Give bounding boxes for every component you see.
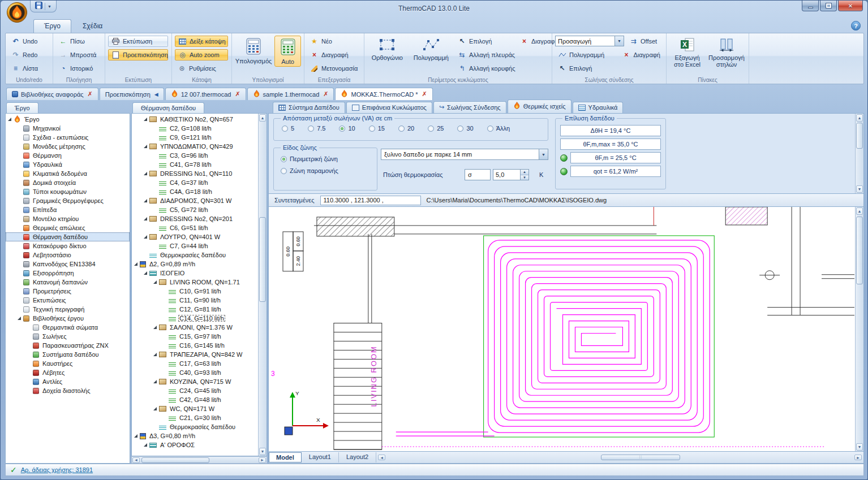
content-tab[interactable]: Θερμικές ισχείς: [508, 100, 571, 113]
scroll-up-icon[interactable]: ▲: [856, 207, 863, 215]
tree-item[interactable]: DRESSING Νο2, QN=201: [132, 214, 258, 223]
content-tab[interactable]: Επιφάνεια Κυκλώματος: [346, 102, 432, 113]
tree-item[interactable]: C5, G=72 lit/h: [132, 205, 258, 214]
drawing-scrollbar[interactable]: ▲ ▼: [855, 207, 863, 451]
tree-item[interactable]: C12, G=81 lit/h: [132, 305, 258, 314]
expand-icon[interactable]: [144, 118, 147, 121]
change-side-button[interactable]: ⇆Αλλαγή πλευράς: [455, 49, 515, 60]
va-option[interactable]: 25: [428, 125, 444, 132]
calculate-button[interactable]: Υπολογισμός: [235, 36, 272, 66]
tree-item[interactable]: Μηχανικοί: [6, 124, 130, 133]
tree-item[interactable]: ΤΡΑΠΕΖΑΡΙΑ, QN=842 W: [132, 350, 258, 359]
expand-icon[interactable]: [144, 217, 147, 220]
tree-item[interactable]: C11, G=90 lit/h: [132, 296, 258, 305]
sigma-field[interactable]: σ: [465, 169, 491, 180]
tree-item[interactable]: C16, G=145 lit/h: [132, 341, 258, 350]
project-panel-header[interactable]: Έργο: [6, 102, 38, 113]
layout-tab[interactable]: Model: [269, 452, 302, 462]
tree-item[interactable]: Κατανομή δαπανών: [6, 278, 130, 287]
tree-item[interactable]: C17, G=63 lit/h: [132, 359, 258, 368]
tree-item[interactable]: WC, QN=171 W: [132, 404, 258, 413]
ribbon-tab-project[interactable]: Έργο: [33, 19, 71, 33]
tree-item[interactable]: ΔΙΑΔΡΟΜΟΣ, QN=301 W: [132, 196, 258, 205]
expand-icon[interactable]: [144, 271, 147, 275]
tree-item[interactable]: C7, G=44 lit/h: [132, 241, 258, 250]
tree-item[interactable]: C6, G=51 lit/h: [132, 223, 258, 232]
tree-item[interactable]: Α' ΟΡΟΦΟΣ: [132, 440, 258, 449]
maximize-button[interactable]: [820, 1, 837, 11]
expand-icon[interactable]: [153, 407, 157, 410]
tree-item[interactable]: C9, G=121 lit/h: [132, 133, 258, 142]
tree-item[interactable]: Έργο: [6, 115, 130, 124]
tree-item[interactable]: Δ2, G=0,89 m³/h: [132, 260, 258, 269]
close-button[interactable]: ✕: [838, 1, 863, 11]
va-option[interactable]: 10: [339, 125, 355, 132]
tree-item[interactable]: Γραμμικές Θερμογέφυρες: [6, 196, 130, 205]
tree-item[interactable]: Δομικά στοιχεία: [6, 178, 130, 187]
content-tab[interactable]: ↪Σωλήνας Σύνδεσης: [433, 101, 506, 113]
tree-item[interactable]: Μονάδες μέτρησης: [6, 142, 130, 151]
zone-option[interactable]: Ζώνη παραμονής: [281, 167, 370, 174]
doc-tab[interactable]: sample 1.thermocad✗: [247, 88, 334, 100]
tree-item[interactable]: Θερμαντικά σώματα: [6, 323, 130, 332]
scroll-thumb[interactable]: [856, 123, 863, 149]
tree-item[interactable]: Συστήματα δαπέδου: [6, 350, 130, 359]
settings-scrollbar[interactable]: ▲ ▼: [855, 114, 863, 193]
scroll-right-icon[interactable]: ►: [259, 457, 266, 463]
tree-item[interactable]: C2, G=108 lit/h: [132, 124, 258, 133]
expand-icon[interactable]: [144, 199, 147, 202]
tree-item[interactable]: ΥΠΝΟΔΩΜΑΤΙΟ, QN=429: [132, 142, 258, 151]
expand-icon[interactable]: [144, 172, 147, 175]
tree-item[interactable]: Κλιματικά δεδομένα: [6, 169, 130, 178]
tree-item[interactable]: Κατακόρυφο δίκτυο: [6, 241, 130, 250]
scroll-up-icon[interactable]: ▲: [856, 114, 863, 122]
tree-item[interactable]: C15, G=97 lit/h: [132, 332, 258, 341]
perimeter-select-button[interactable]: ↖Επιλογή: [455, 36, 515, 47]
change-vertex-button[interactable]: ↰Αλλαγή κορυφής: [455, 63, 515, 74]
tree-item[interactable]: LIVING ROOM, QN=1.71: [132, 278, 258, 287]
print-button[interactable]: Εκτύπωση: [108, 36, 168, 47]
tree-item[interactable]: Βιβλιοθήκες έργου: [6, 314, 130, 323]
spin-down-icon[interactable]: ▼: [521, 175, 528, 180]
tree-item[interactable]: C14, G=110 lit/h: [132, 314, 258, 323]
expand-icon[interactable]: [134, 262, 137, 266]
tree-item[interactable]: Τύποι κουφωμάτων: [6, 187, 130, 196]
auto-calculate-button[interactable]: Auto: [274, 36, 301, 67]
close-tab-icon[interactable]: ✗: [323, 90, 328, 98]
auto-zoom-button[interactable]: ◎Auto zoom: [175, 49, 228, 60]
tree-item[interactable]: Θερμοκρασίες δαπέδου: [132, 250, 258, 260]
help-button[interactable]: ?: [851, 21, 861, 31]
tree-item[interactable]: C21, G=30 lit/h: [132, 413, 258, 422]
new-button[interactable]: ★Νέο: [307, 36, 361, 47]
tree-item[interactable]: Σχέδια - εκτυπώσεις: [6, 133, 130, 142]
undo-button[interactable]: ↶Undo: [8, 36, 50, 47]
scroll-down-icon[interactable]: ▼: [259, 448, 266, 455]
content-tab[interactable]: Υδραυλικά: [573, 102, 624, 113]
content-tab[interactable]: Σύστημα Δαπέδου: [273, 102, 345, 114]
plan-settings-button[interactable]: ⊛Ρυθμίσεις: [175, 63, 229, 74]
tree-item[interactable]: Σωλήνες: [6, 332, 130, 341]
va-option[interactable]: 30: [457, 125, 473, 132]
expand-icon[interactable]: [144, 235, 147, 239]
doc-tab[interactable]: Προεπισκόπηση◀: [100, 88, 164, 100]
expand-icon[interactable]: [153, 353, 157, 356]
tree-item[interactable]: Θερμοκρασίες δαπέδου: [132, 422, 258, 431]
circuit-boundary[interactable]: [484, 236, 715, 437]
tree-item[interactable]: Δ3, G=0,80 m³/h: [132, 431, 258, 440]
tree-item[interactable]: C40, G=93 lit/h: [132, 368, 258, 377]
va-option[interactable]: 15: [369, 125, 385, 132]
scroll-up-icon[interactable]: ▲: [259, 114, 266, 122]
expand-icon[interactable]: [8, 118, 11, 121]
cad-drawing[interactable]: 0.60 0.60 2.40 LIVING ROOM 3: [269, 207, 855, 451]
expand-icon[interactable]: [153, 280, 157, 284]
expand-icon[interactable]: [153, 326, 157, 329]
tree-item[interactable]: Τεχνική περιγραφή: [6, 305, 130, 314]
tree-item[interactable]: Μοντέλο κτηρίου: [6, 214, 130, 223]
dropdown-arrow-icon[interactable]: ▼: [539, 149, 548, 159]
va-option[interactable]: 5: [282, 125, 294, 132]
scroll-left-icon[interactable]: ◄: [132, 457, 140, 463]
tree-item[interactable]: C41, G=78 lit/h: [132, 160, 258, 169]
tree-item[interactable]: Θερμικές απώλειες: [6, 223, 130, 232]
tree-item[interactable]: Επίπεδα: [6, 205, 130, 214]
tree-item[interactable]: Θέρμανση δαπέδου: [6, 232, 130, 241]
